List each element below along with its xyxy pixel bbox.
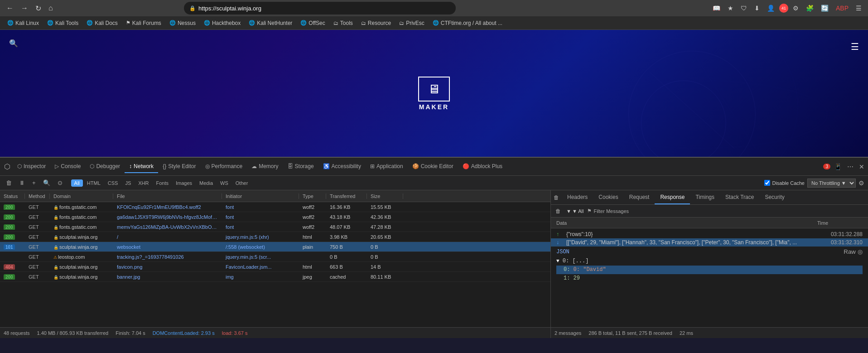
bookmark-ctftime[interactable]: 🌐 CTFtime.org / All about ... (429, 19, 506, 28)
profile-button[interactable]: 41 (779, 4, 788, 13)
tab-network[interactable]: ↕ Network (125, 160, 158, 173)
response-message[interactable]: ↑ {"rows":10} 03:31:32.288 (551, 230, 868, 238)
tab-cookies[interactable]: Cookies (593, 190, 623, 204)
tab-adblock[interactable]: 🔴 Adblock Plus (458, 160, 507, 173)
disable-cache-checkbox[interactable] (764, 180, 770, 186)
tab-headers[interactable]: Headers (562, 190, 593, 204)
network-status-bar: 48 requests 1.40 MB / 805.93 KB transfer… (0, 327, 550, 338)
devtools-options-button[interactable]: ⬡ (2, 161, 13, 172)
tab-cookie-editor[interactable]: 🍪 Cookie Editor (408, 160, 458, 173)
json-node[interactable]: 1: 29 (556, 274, 863, 283)
clear-response-button[interactable]: 🗑 (551, 194, 562, 201)
tab-memory[interactable]: ☁ Memory (247, 160, 283, 173)
table-row[interactable]: 200 GET 🔒fonts.gstatic.com KFOlCnqEu92Fr… (0, 202, 550, 212)
filter-media[interactable]: Media (196, 179, 216, 187)
bookmark-tools[interactable]: 🗂 Tools (330, 19, 357, 28)
back-button[interactable]: ← (4, 2, 16, 14)
clear-messages-button[interactable]: 🗑 (554, 207, 563, 215)
json-node[interactable]: ▼ 0: [...] (556, 257, 863, 266)
filter-all[interactable]: All (71, 179, 83, 187)
sync-button[interactable]: 🔄 (818, 3, 831, 14)
filter-fonts[interactable]: Fonts (153, 179, 172, 187)
column-header-transferred[interactable]: Transferred (326, 193, 367, 199)
tab-stack-trace[interactable]: Stack Trace (720, 190, 759, 204)
tab-storage[interactable]: 🗄 Storage (283, 160, 318, 173)
column-header-domain[interactable]: Domain (50, 193, 113, 199)
add-filter-button[interactable]: + (30, 178, 38, 188)
tab-security[interactable]: Security (759, 190, 790, 204)
search-icon[interactable]: 🔍 (9, 39, 18, 48)
bookmark-offsec[interactable]: 🌐 OffSec (297, 19, 328, 28)
filter-css[interactable]: CSS (105, 179, 121, 187)
reader-view-button[interactable]: 📖 (710, 3, 723, 14)
tab-debugger[interactable]: ⬡ Debugger (85, 160, 125, 173)
account-button[interactable]: 👤 (764, 3, 777, 14)
settings-button[interactable]: ⚙ (790, 3, 801, 14)
filter-images[interactable]: Images (173, 179, 195, 187)
table-row[interactable]: GET ⚠leostop.com tracking.js?_=169377849… (0, 252, 550, 262)
tab-request[interactable]: Request (624, 190, 655, 204)
json-fold-button[interactable]: ▼ (556, 258, 559, 264)
bookmark-hackthebox[interactable]: 🌐 Hackthebox (200, 19, 244, 28)
table-row[interactable]: 200 GET 🔒sculptai.winja.org banner.jpg i… (0, 272, 550, 282)
filter-js[interactable]: JS (122, 179, 134, 187)
pause-button[interactable]: ⏸ (17, 178, 27, 188)
filter-xhr[interactable]: XHR (135, 179, 152, 187)
bookmark-nessus[interactable]: 🌐 Nessus (166, 19, 199, 28)
table-row[interactable]: 200 GET 🔒sculptai.winja.org / jquery.min… (0, 232, 550, 242)
bookmark-nethunter[interactable]: 🌐 Kali NetHunter (245, 19, 296, 28)
column-header-status[interactable]: Status (0, 193, 25, 199)
tab-inspector[interactable]: ⬡ Inspector (13, 160, 50, 173)
raw-toggle-button[interactable]: Raw ◎ (844, 248, 863, 255)
tab-console[interactable]: ▷ Console (50, 160, 85, 173)
filter-all-button[interactable]: ▼ ▼ All (564, 208, 585, 215)
column-header-size[interactable]: Size (367, 193, 403, 199)
bookmark-button[interactable]: ★ (725, 3, 736, 14)
tab-response[interactable]: Response (655, 190, 690, 204)
close-devtools-button[interactable]: ✕ (857, 161, 866, 172)
filter-options-button[interactable]: ⊙ (55, 178, 65, 188)
adblock-button[interactable]: ABP (833, 3, 851, 14)
response-message[interactable]: ↓ [["David", 29, "Miami"], ["Hannah", 33… (551, 238, 868, 247)
filter-messages-button[interactable]: ⚑ Filter Messages (587, 208, 629, 214)
address-bar[interactable]: 🔒 https://sculptai.winja.org (184, 2, 456, 15)
bookmark-resource[interactable]: 🗂 Resource (357, 19, 395, 28)
more-options-button[interactable]: ⋯ (845, 161, 855, 172)
disable-cache-label[interactable]: Disable Cache (764, 180, 805, 186)
filter-html[interactable]: HTML (84, 179, 104, 187)
search-button[interactable]: 🔍 (41, 178, 53, 188)
menu-button[interactable]: ☰ (853, 3, 864, 14)
filter-ws[interactable]: WS (217, 179, 231, 187)
tab-accessibility[interactable]: ♿ Accessibility (318, 160, 366, 173)
bookmark-kali-linux[interactable]: 🌐 Kali Linux (4, 19, 43, 28)
bookmark-privesc[interactable]: 🗂 PrivEsc (395, 19, 428, 28)
json-node[interactable]: 0: 0: "David" (556, 266, 863, 274)
column-header-initiator[interactable]: Initiator (222, 193, 299, 199)
table-row[interactable]: 200 GET 🔒fonts.gstatic.com memvYaGs126Mi… (0, 222, 550, 232)
shield-button[interactable]: 🛡 (738, 3, 750, 14)
tab-application[interactable]: ⊞ Application (366, 160, 408, 173)
clear-button[interactable]: 🗑 (4, 178, 14, 188)
extensions-button[interactable]: 🧩 (803, 3, 816, 14)
bookmark-kali-docs[interactable]: 🌐 Kali Docs (83, 19, 121, 28)
network-settings-button[interactable]: ⚙ (858, 179, 864, 187)
download-button[interactable]: ⬇ (752, 3, 762, 14)
reload-button[interactable]: ↻ (33, 2, 44, 15)
column-header-method[interactable]: Method (25, 193, 50, 199)
filter-other[interactable]: Other (232, 179, 251, 187)
column-header-type[interactable]: Type (299, 193, 326, 199)
forward-button[interactable]: → (18, 2, 31, 14)
table-row[interactable]: 101 GET 🔒sculptai.winja.org websocket /:… (0, 242, 550, 252)
bookmark-kali-forums[interactable]: ⚑ Kali Forums (122, 19, 165, 28)
home-button[interactable]: ⌂ (46, 2, 56, 14)
size-cell: 0 B (367, 254, 403, 260)
tab-performance[interactable]: ◎ Performance (201, 160, 247, 173)
throttling-select[interactable]: No Throttling ▼ (807, 179, 856, 188)
bookmark-kali-tools[interactable]: 🌐 Kali Tools (43, 19, 82, 28)
column-header-file[interactable]: File (113, 193, 222, 199)
responsive-design-button[interactable]: 📱 (832, 161, 844, 172)
tab-timings[interactable]: Timings (690, 190, 720, 204)
table-row[interactable]: 200 GET 🔒fonts.gstatic.com ga6daw1J5X9T9… (0, 212, 550, 222)
tab-style-editor[interactable]: {} Style Editor (158, 160, 200, 173)
table-row[interactable]: 404 GET 🔒sculptai.winja.org favicon.png … (0, 262, 550, 272)
